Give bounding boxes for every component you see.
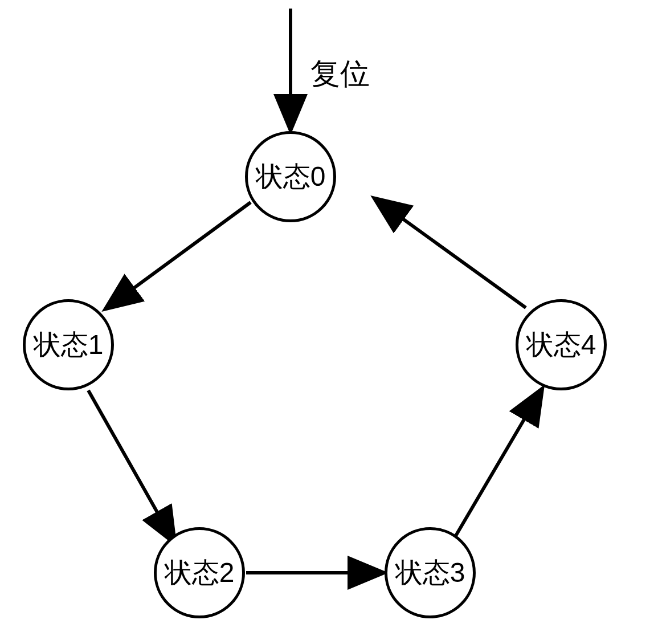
state-3-node: 状态3 <box>385 527 476 618</box>
transition-4-0 <box>376 199 526 308</box>
state-4-label: 状态4 <box>526 327 596 363</box>
transition-3-4 <box>456 390 541 536</box>
transition-0-1 <box>107 202 251 308</box>
state-3-label: 状态3 <box>395 555 465 591</box>
state-1-label: 状态1 <box>34 327 104 363</box>
state-1-node: 状态1 <box>23 299 114 390</box>
reset-label: 复位 <box>310 54 370 94</box>
state-0-node: 状态0 <box>245 131 336 222</box>
state-0-label: 状态0 <box>256 158 326 195</box>
transition-1-2 <box>88 390 174 541</box>
state-2-node: 状态2 <box>154 527 245 618</box>
state-2-label: 状态2 <box>165 555 235 591</box>
state-4-node: 状态4 <box>516 299 607 390</box>
